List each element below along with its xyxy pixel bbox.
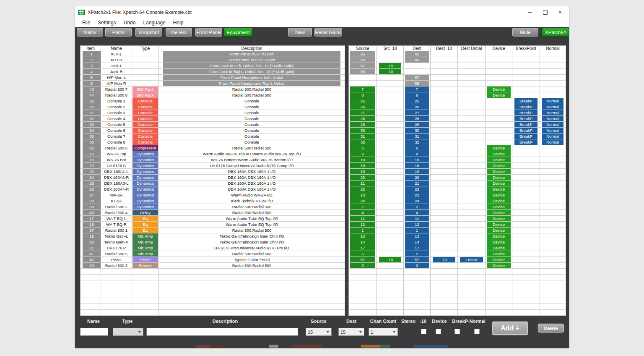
dest-pill[interactable]: 18 (405, 163, 429, 168)
table-row[interactable] (80, 269, 566, 275)
normal-pill[interactable]: Normal (542, 139, 564, 145)
source-pill[interactable]: 24 (350, 198, 375, 204)
table-row[interactable]: 22UA 6176 CDynamicsUA 6176 Comp:Universa… (80, 163, 566, 169)
table-row[interactable]: 36Console 8ConsoleConsole3232BreakPNorma… (80, 139, 566, 145)
dest-pill[interactable]: 25 (405, 98, 429, 104)
source-pill[interactable]: 4 (350, 210, 375, 215)
minus10-checkbox[interactable] (436, 329, 441, 334)
dest-pill[interactable]: 1 (405, 228, 429, 233)
dest-pill[interactable]: 20 (405, 175, 429, 180)
source-pill[interactable]: 8 (350, 92, 375, 98)
source-pill[interactable]: 11 (350, 216, 375, 221)
toolbar-button-equipment[interactable]: Equipment (224, 28, 252, 37)
source-pill[interactable]: 20 (350, 175, 375, 180)
toolbar-button-snapshot[interactable]: snApshot (135, 28, 162, 37)
device-pill[interactable]: Device (487, 186, 511, 192)
source-pill[interactable]: 67 (350, 63, 375, 68)
normal-pill[interactable]: Normal (542, 134, 564, 139)
normal-pill[interactable]: Normal (542, 98, 564, 104)
source-pill[interactable]: 65 (350, 51, 375, 57)
source-pill[interactable]: 28 (350, 116, 375, 121)
source-pill[interactable]: 13 (350, 233, 375, 239)
table-row[interactable]: 38Radial 500 2DynamicsRadial 500:Radial … (80, 204, 566, 210)
source-select[interactable]: 15 (306, 328, 332, 336)
source-pill[interactable]: 7 (350, 86, 375, 92)
device-pill[interactable]: Device (487, 157, 511, 162)
table-row[interactable]: 39Radial 500 3ReverbRadial 500:Radial 50… (80, 263, 566, 269)
table-row[interactable]: 44Radial 500 8500 RackRadial 500:Radial … (80, 92, 566, 98)
table-row[interactable]: 6H/P Mon-RFront Panel Headphone Right, U… (80, 81, 566, 86)
device-pill[interactable]: Device (487, 169, 511, 174)
table-row[interactable]: 31Console 3ConsoleConsole2727BreakPNorma… (80, 110, 566, 116)
dest-pill[interactable]: 2 (405, 204, 429, 209)
device-pill[interactable]: Device (487, 228, 511, 233)
device-pill[interactable]: Device (487, 257, 511, 262)
table-row[interactable]: 29Console 1ConsoleConsole2525BreakPNorma… (80, 98, 566, 104)
table-row[interactable]: 24DBX 160A2-RDynamicsDBX 160A:DBX 160A 1… (80, 175, 566, 181)
source-pill[interactable]: 9 (350, 151, 375, 157)
source-pill[interactable]: 27 (350, 110, 375, 115)
dest-pill[interactable]: 67 (405, 75, 429, 80)
dest-pill[interactable]: 31 (405, 134, 429, 139)
toolbar-button-xpatch64[interactable]: XPatch64 (542, 28, 569, 37)
normal-pill[interactable]: Normal (542, 122, 564, 127)
source-pill[interactable]: 22 (350, 186, 375, 192)
device-pill[interactable]: Device (487, 92, 511, 98)
dest-pill[interactable]: 17 (405, 245, 429, 251)
device-pill[interactable]: Device (487, 145, 511, 151)
dest-pill[interactable]: 13 (405, 233, 429, 239)
toolbar-button-mute[interactable]: Mute (512, 28, 538, 37)
table-row[interactable] (80, 275, 566, 280)
device-pill[interactable]: Device (487, 210, 511, 215)
dest-pill[interactable]: 27 (405, 110, 429, 115)
breakpoint-pill[interactable]: BreakP (514, 139, 538, 145)
normal-pill[interactable]: Normal (542, 128, 564, 133)
minimize-button[interactable] (523, 6, 537, 18)
source-pill[interactable]: 25 (350, 98, 375, 104)
source-pill[interactable]: 68 (350, 69, 375, 74)
dest-pill[interactable]: 10 (405, 157, 429, 162)
table-row[interactable]: 30Console 2ConsoleConsole2626BreakPNorma… (80, 104, 566, 110)
add-button[interactable]: Add + (492, 321, 528, 335)
delete-button[interactable]: Delete (538, 324, 564, 332)
source-pill[interactable]: 14 (350, 239, 375, 245)
device-pill[interactable]: Device (487, 86, 511, 92)
dest-select[interactable]: 15 (338, 328, 364, 336)
table-row[interactable]: 23DBX 160A1-LDynamicsDBX 160A:DBX 160A 1… (80, 169, 566, 175)
device-pill[interactable]: Device (487, 263, 511, 268)
source-pill[interactable]: 23 (350, 192, 375, 198)
table-row[interactable] (80, 280, 566, 286)
device-pill[interactable]: Device (487, 251, 511, 257)
dest-pill[interactable]: 23 (405, 192, 429, 198)
source-pill[interactable]: 26 (350, 104, 375, 110)
menu-item-language[interactable]: Language (139, 20, 169, 26)
table-row[interactable]: 20Tekno Gain-RMic AmpTekno Gain:Teknosig… (80, 239, 566, 245)
device-pill[interactable]: Device (487, 204, 511, 209)
type-select[interactable] (113, 328, 143, 336)
table-row[interactable]: 25DBX 160A3-LDynamicsDBX 160A:DBX 160A 1… (80, 181, 566, 186)
source-pill[interactable]: 10 (350, 157, 375, 162)
close-button[interactable]: × (553, 6, 567, 18)
menu-item-undo[interactable]: Undo (120, 20, 140, 26)
table-row[interactable]: 45PedalPedalTypical Guitar Pedal57-1057-… (80, 257, 566, 263)
dest-pill[interactable]: 32 (405, 139, 429, 145)
dest-pill[interactable]: 7 (405, 86, 429, 92)
stereo-checkbox[interactable] (421, 329, 426, 334)
breakpoint-pill[interactable]: BreakP (514, 134, 538, 139)
source-pill[interactable]: 1 (350, 228, 375, 233)
source-pill[interactable]: 30 (350, 128, 375, 133)
normal-pill[interactable]: Normal (542, 104, 564, 110)
src10-pill[interactable]: -10 (379, 63, 401, 68)
dest-pill[interactable]: 65 (405, 51, 429, 57)
source-pill[interactable]: 31 (350, 134, 375, 139)
source-pill[interactable]: 66 (350, 57, 375, 63)
normal-pill[interactable]: Normal (542, 116, 564, 121)
normal-pill[interactable]: Normal (542, 110, 564, 115)
device-pill[interactable]: Device (487, 192, 511, 198)
dest-pill[interactable]: 5 (405, 251, 429, 257)
table-row[interactable] (80, 298, 566, 304)
dest-pill[interactable]: 19 (405, 169, 429, 174)
table-row[interactable]: 19Tekno Gain-LMic AmpTekno Gain:Teknosig… (80, 233, 566, 239)
dest-pill[interactable]: 26 (405, 104, 429, 110)
table-row[interactable] (80, 304, 566, 310)
